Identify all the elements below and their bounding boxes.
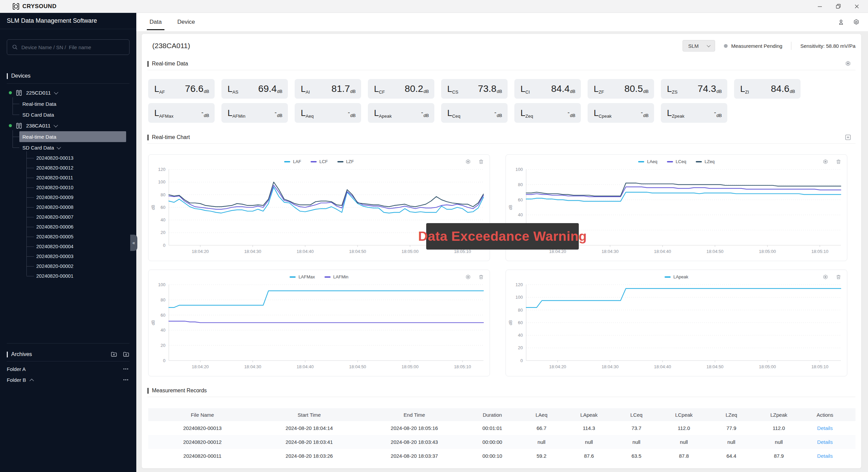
device-status-dot (9, 91, 12, 94)
chevron-down-icon[interactable] (54, 123, 58, 127)
svg-text:18:04:20: 18:04:20 (549, 364, 566, 369)
user-icon[interactable] (837, 19, 845, 26)
minimize-button[interactable] (817, 4, 822, 9)
tree-item-sd-card-data[interactable]: SD Card Data (0, 142, 136, 153)
legend-label: LZeq (705, 159, 715, 164)
tree-item-real-time-data[interactable]: Real-time Data (19, 131, 126, 142)
card-value: 84.6dB (771, 83, 795, 94)
sidebar-collapse-button[interactable]: « (130, 235, 137, 251)
crysound-logo-icon (12, 3, 20, 10)
file-item[interactable]: 20240820-00009 (0, 192, 136, 202)
svg-text:40: 40 (161, 217, 165, 222)
file-item[interactable]: 20240820-00003 (0, 251, 136, 261)
chart-delete-icon[interactable] (835, 159, 842, 165)
realtime-value-card: LZI84.6dB (734, 79, 801, 99)
section-title: Real-time Chart (152, 134, 190, 140)
card-label: LCF (374, 84, 385, 94)
more-icon[interactable] (123, 366, 129, 372)
file-item[interactable]: 20240820-00008 (0, 202, 136, 212)
file-item[interactable]: 20240820-00012 (0, 163, 136, 173)
chart-settings-icon[interactable] (822, 274, 829, 280)
column-header: LZeq (708, 412, 755, 418)
legend-item[interactable]: LZF (337, 159, 354, 164)
card-label: LZS (667, 84, 677, 94)
legend-item[interactable]: LAF (284, 159, 301, 164)
divider (147, 70, 855, 70)
card-value: 73.8dB (478, 83, 502, 94)
file-item[interactable]: 20240820-00005 (0, 232, 136, 241)
chart-settings-icon[interactable] (465, 159, 471, 165)
legend-item[interactable]: LZeq (696, 159, 715, 164)
restore-button[interactable] (836, 4, 841, 9)
chart-legend: LApeak (506, 274, 847, 279)
column-header: Duration (467, 412, 518, 418)
file-item[interactable]: 20240820-00007 (0, 212, 136, 222)
svg-text:60: 60 (161, 205, 165, 210)
chevron-up-icon[interactable] (29, 378, 34, 383)
mode-select[interactable]: SLM (683, 40, 715, 52)
column-header: End Time (362, 412, 467, 418)
archive-folder-a[interactable]: Folder A (0, 363, 136, 374)
file-item[interactable]: 20240820-00013 (0, 153, 136, 163)
section-bar (147, 135, 149, 140)
file-label: 20240820-00012 (36, 165, 74, 171)
details-link[interactable]: Details (817, 453, 833, 459)
legend-item[interactable]: LAFMax (290, 274, 315, 279)
chart-delete-icon[interactable] (478, 274, 484, 280)
svg-text:18:04:40: 18:04:40 (654, 249, 671, 254)
search-box[interactable] (7, 39, 130, 55)
file-label: 20240820-00003 (36, 254, 74, 259)
gear-icon[interactable] (845, 60, 851, 67)
chevron-down-icon[interactable] (57, 145, 61, 149)
legend-item[interactable]: LAeq (638, 159, 657, 164)
tree-item-label: SD Card Data (22, 112, 54, 118)
file-item[interactable]: 20240820-00004 (0, 241, 136, 251)
chevron-down-icon[interactable] (54, 90, 58, 95)
card-value: -dB (421, 107, 429, 118)
exceedance-warning: Data Exceedance Warning (426, 223, 579, 250)
table-cell: 2024-08-20 18:05:16 (362, 425, 467, 431)
tree-item-real-time-data[interactable]: Real-time Data (0, 98, 136, 109)
svg-text:80: 80 (518, 182, 523, 187)
card-value: 80.2dB (405, 83, 429, 94)
details-link[interactable]: Details (817, 439, 833, 445)
tab-data[interactable]: Data (149, 13, 162, 31)
file-item[interactable]: 20240820-00006 (0, 222, 136, 232)
svg-text:dB: dB (151, 320, 156, 325)
device-row[interactable]: 225CD011 (0, 87, 136, 98)
settings-icon[interactable] (853, 19, 860, 26)
chart-settings-icon[interactable] (822, 159, 829, 165)
details-link[interactable]: Details (817, 425, 833, 431)
file-item[interactable]: 20240820-00002 (0, 261, 136, 271)
search-input[interactable] (21, 44, 124, 50)
section-bar (147, 388, 149, 394)
close-icon[interactable] (854, 4, 859, 9)
tab-device[interactable]: Device (177, 13, 196, 31)
legend-item[interactable]: LCF (311, 159, 328, 164)
add-chart-icon[interactable] (845, 134, 851, 141)
table-cell: 20240820-00012 (148, 439, 257, 445)
realtime-value-card: LCS73.8dB (441, 79, 508, 99)
legend-item[interactable]: LCeq (667, 159, 686, 164)
svg-text:18:05:10: 18:05:10 (454, 249, 471, 254)
device-block: 238CA011Real-time DataSD Card Data202408… (0, 120, 136, 281)
file-item[interactable]: 20240820-00011 (0, 173, 136, 182)
file-item[interactable]: 20240820-00010 (0, 182, 136, 192)
legend-item[interactable]: LAFMin (324, 274, 349, 279)
archive-folder-b[interactable]: Folder B (0, 374, 136, 385)
more-icon[interactable] (123, 377, 129, 383)
device-row[interactable]: 238CA011 (0, 120, 136, 131)
folder-export-icon[interactable] (123, 351, 130, 358)
svg-text:20: 20 (161, 343, 165, 348)
chart-delete-icon[interactable] (835, 274, 842, 280)
folder-add-icon[interactable] (111, 351, 117, 358)
chart-delete-icon[interactable] (478, 159, 484, 165)
legend-item[interactable]: LApeak (665, 274, 688, 279)
file-item[interactable]: 20240820-00001 (0, 271, 136, 281)
chart-card-3: 020406080100dB18:04:2018:04:3018:04:4018… (148, 270, 490, 376)
tree-item-label: SD Card Data (22, 145, 54, 151)
chart-settings-icon[interactable] (465, 274, 471, 280)
svg-text:18:04:20: 18:04:20 (549, 249, 566, 254)
tree-item-sd-card-data[interactable]: SD Card Data (0, 109, 136, 120)
card-label: LAFMax (154, 108, 174, 118)
